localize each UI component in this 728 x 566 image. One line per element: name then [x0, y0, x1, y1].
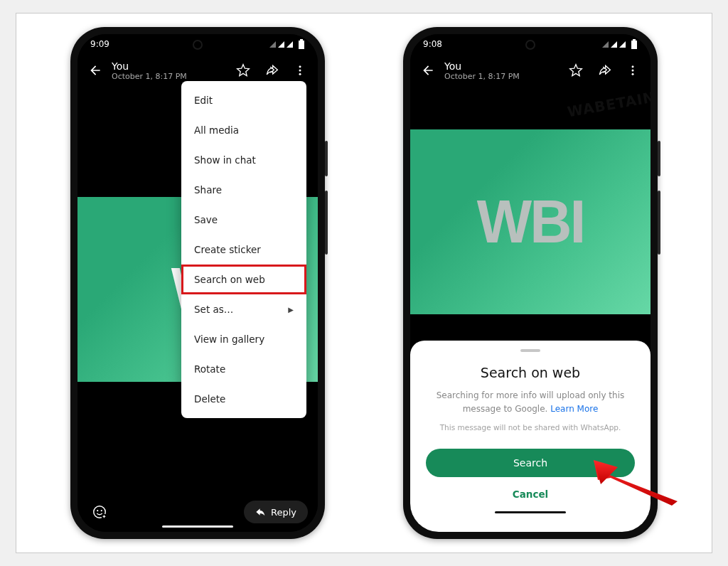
- search-button[interactable]: Search: [426, 449, 635, 477]
- power-button: [658, 141, 660, 176]
- menu-item-share[interactable]: Share: [181, 175, 306, 205]
- svg-rect-4: [299, 41, 304, 49]
- menu-item-label: All media: [194, 124, 239, 136]
- status-bar: 9:08: [410, 34, 651, 54]
- svg-point-7: [299, 73, 301, 75]
- svg-rect-15: [633, 39, 636, 41]
- menu-item-rotate[interactable]: Rotate: [181, 354, 306, 384]
- svg-marker-1: [278, 41, 284, 48]
- reply-icon: [255, 506, 267, 518]
- status-time: 9:08: [423, 39, 442, 49]
- emoji-icon: [92, 504, 107, 520]
- status-icons: [267, 39, 305, 49]
- menu-item-label: View in gallery: [194, 333, 264, 345]
- menu-item-edit[interactable]: Edit: [181, 85, 306, 115]
- menu-item-label: Search on web: [194, 274, 265, 285]
- menu-item-save[interactable]: Save: [181, 205, 306, 235]
- cancel-button[interactable]: Cancel: [513, 488, 548, 500]
- search-on-web-sheet: Search on web Searching for more info wi…: [410, 341, 651, 532]
- svg-rect-16: [631, 41, 637, 49]
- appbar-title-block[interactable]: You October 1, 8:17 PM: [112, 60, 227, 81]
- status-time: 9:09: [90, 39, 109, 49]
- volume-button: [325, 191, 328, 255]
- home-indicator[interactable]: [162, 525, 233, 528]
- star-icon: [236, 63, 250, 78]
- emoji-button[interactable]: [87, 500, 112, 524]
- forward-icon: [597, 63, 611, 78]
- menu-item-label: Edit: [194, 95, 213, 106]
- svg-marker-12: [602, 41, 609, 48]
- sheet-title: Search on web: [481, 365, 580, 380]
- overflow-menu: EditAll mediaShow in chatShareSaveCreate…: [181, 81, 306, 418]
- menu-item-delete[interactable]: Delete: [181, 384, 306, 414]
- star-button[interactable]: [231, 58, 255, 82]
- home-indicator[interactable]: [495, 511, 566, 513]
- star-button[interactable]: [564, 58, 588, 82]
- menu-item-label: Rotate: [194, 363, 225, 375]
- app-bar: You October 1, 8:17 PM: [410, 54, 651, 87]
- svg-point-17: [632, 65, 634, 68]
- menu-item-label: Show in chat: [194, 154, 256, 166]
- front-camera: [193, 40, 203, 50]
- more-button[interactable]: [288, 58, 312, 82]
- canvas-container: 9:09 You October 1, 8:17 PM: [16, 13, 712, 553]
- svg-rect-3: [300, 39, 303, 41]
- appbar-name: You: [444, 60, 560, 72]
- menu-item-label: Set as…: [194, 304, 233, 315]
- arrow-back-icon: [88, 63, 102, 78]
- svg-point-5: [299, 65, 301, 68]
- svg-marker-2: [287, 41, 293, 48]
- svg-point-18: [632, 70, 634, 72]
- reply-button[interactable]: Reply: [244, 501, 308, 523]
- svg-point-10: [101, 510, 102, 511]
- forward-button[interactable]: [259, 58, 284, 82]
- forward-icon: [264, 63, 279, 78]
- volume-button: [658, 191, 660, 255]
- battery-icon: [631, 39, 638, 49]
- svg-marker-14: [619, 41, 626, 48]
- svg-marker-0: [269, 41, 276, 48]
- menu-item-all-media[interactable]: All media: [181, 115, 306, 145]
- more-button[interactable]: [621, 58, 645, 82]
- menu-item-label: Delete: [194, 393, 225, 405]
- power-button: [325, 141, 328, 176]
- menu-item-label: Save: [194, 214, 218, 225]
- learn-more-link[interactable]: Learn More: [550, 404, 598, 414]
- sheet-fine-print: This message will not be shared with Wha…: [440, 423, 621, 432]
- status-icons: [600, 39, 638, 49]
- opened-image: WBI: [410, 129, 651, 314]
- more-vert-icon: [626, 64, 639, 77]
- phone-left: 9:09 You October 1, 8:17 PM: [70, 27, 325, 539]
- svg-marker-13: [611, 41, 617, 48]
- menu-item-show-in-chat[interactable]: Show in chat: [181, 145, 306, 175]
- menu-item-create-sticker[interactable]: Create sticker: [181, 235, 306, 265]
- svg-point-6: [299, 70, 301, 72]
- menu-item-label: Create sticker: [194, 244, 261, 255]
- back-button[interactable]: [416, 58, 440, 82]
- arrow-back-icon: [421, 63, 435, 78]
- svg-point-9: [97, 510, 98, 511]
- svg-point-19: [632, 73, 634, 75]
- sheet-drag-handle[interactable]: [520, 349, 540, 352]
- front-camera: [525, 40, 535, 50]
- appbar-title-block[interactable]: You October 1, 8:17 PM: [444, 60, 560, 81]
- appbar-date: October 1, 8:17 PM: [112, 72, 227, 81]
- menu-item-set-as[interactable]: Set as…▶: [181, 294, 306, 324]
- menu-item-view-in-gallery[interactable]: View in gallery: [181, 324, 306, 354]
- reply-label: Reply: [271, 507, 296, 518]
- back-button[interactable]: [83, 58, 107, 82]
- forward-button[interactable]: [592, 58, 616, 82]
- appbar-date: October 1, 8:17 PM: [444, 72, 560, 81]
- menu-item-label: Share: [194, 184, 222, 196]
- menu-item-search-on-web[interactable]: Search on web: [181, 265, 306, 294]
- phone-right: 9:08 You October 1, 8:17 PM: [403, 27, 658, 539]
- status-bar: 9:09: [77, 34, 318, 54]
- appbar-name: You: [112, 60, 227, 72]
- more-vert-icon: [294, 64, 306, 77]
- watermark: WABETAINFO: [566, 84, 651, 120]
- signal-icon: [600, 40, 628, 48]
- chevron-right-icon: ▶: [288, 306, 294, 314]
- star-icon: [569, 63, 583, 78]
- image-text: WBI: [477, 187, 584, 257]
- battery-icon: [298, 39, 305, 49]
